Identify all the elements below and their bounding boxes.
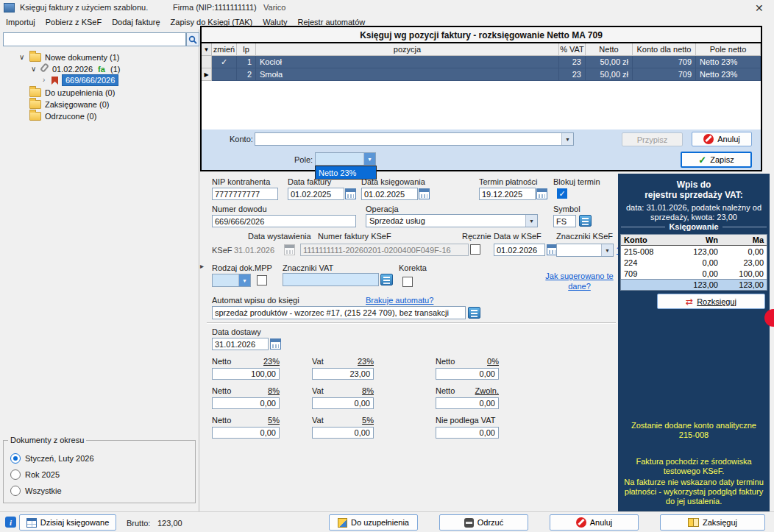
vat-cell-value[interactable]: 100,00 <box>212 368 280 380</box>
znaczniki-vat-label: Znaczniki VAT <box>283 263 333 272</box>
brakuje-automatu-link[interactable]: Brakuje automatu? <box>366 296 433 305</box>
calendar-icon[interactable] <box>536 188 547 199</box>
nip-field[interactable]: 7777777777 <box>212 188 278 200</box>
form-separator <box>207 322 616 324</box>
cell-lp[interactable]: 2 <box>237 68 256 81</box>
info-icon[interactable]: i <box>5 517 16 528</box>
radio-period-rok-2025[interactable] <box>10 469 21 480</box>
cell-zmien[interactable]: ✓ <box>212 56 237 68</box>
cell-vat[interactable]: 23 <box>559 68 586 81</box>
rodzaj-dok-select[interactable]: ▼ <box>212 274 251 287</box>
tree-selected-document[interactable]: 669/666/2026 <box>62 74 118 86</box>
cell-zmien[interactable] <box>212 68 237 81</box>
chevron-down-icon: ▼ <box>561 133 573 145</box>
cell-vat[interactable]: 23 <box>559 56 586 68</box>
search-input[interactable] <box>3 32 186 46</box>
zaksieguj-label: Zaksięguj <box>703 518 737 527</box>
cell-pozycja[interactable]: Smoła <box>256 68 559 81</box>
korekta-checkbox[interactable] <box>402 277 413 287</box>
chevron-down-icon: ▼ <box>601 244 613 256</box>
termin-platnosci-field[interactable]: 19.12.2025 <box>479 188 536 200</box>
data-faktury-field[interactable]: 01.02.2025 <box>288 188 344 200</box>
col-konto-dla-netto[interactable]: Konto dla netto <box>633 43 696 56</box>
cell-lp[interactable]: 1 <box>237 56 256 68</box>
calendar-icon[interactable] <box>270 338 281 350</box>
col-netto[interactable]: Netto <box>586 43 633 56</box>
cell-konto[interactable]: 709 <box>633 56 696 68</box>
vat-cell-value[interactable]: 0,00 <box>212 427 280 439</box>
bottom-bar: i Dzisiaj księgowane Brutto: 123,00 Do u… <box>0 511 774 532</box>
cell-netto[interactable]: 50,00 zł <box>586 56 633 68</box>
vat-cell-value[interactable]: 0,00 <box>436 427 499 439</box>
splitter-collapse-icon[interactable]: ▸ <box>200 262 204 270</box>
chevron-right-icon[interactable]: › <box>43 77 45 84</box>
radio-period-wszystkie[interactable] <box>10 486 21 496</box>
data-w-ksef-field[interactable]: 01.02.2026 <box>494 244 545 256</box>
menu-item-importuj[interactable]: Importuj <box>6 18 35 26</box>
sidebar-item-zaksiegowane[interactable]: Zaksięgowane (0) <box>45 100 109 109</box>
ksiegowanie-total-row: 123,00 123,00 <box>621 279 767 290</box>
zaksieguj-button[interactable]: Zaksięguj <box>660 514 765 531</box>
calendar-icon[interactable] <box>419 188 430 199</box>
automat-field[interactable]: sprzedaż produktów - wzorzec #17, (215 2… <box>212 306 466 319</box>
mpp-checkbox[interactable] <box>257 275 267 285</box>
dialog-anuluj-button[interactable]: Anuluj <box>692 132 752 146</box>
sidebar-item-odrzucone[interactable]: Odrzucone (0) <box>45 112 96 121</box>
vat-cell-value[interactable]: 0,00 <box>212 397 280 409</box>
cell-pole-netto[interactable]: Netto 23% <box>696 68 761 81</box>
symbol-field[interactable]: FS <box>553 215 576 227</box>
recznie-checkbox[interactable] <box>470 244 480 255</box>
col-vat[interactable]: % VAT <box>559 43 586 56</box>
anuluj-button[interactable]: Anuluj <box>550 514 639 531</box>
dzisiaj-ksiegowane-button[interactable]: Dzisiaj księgowane <box>19 514 116 531</box>
cell-konto[interactable]: 709 <box>633 68 696 81</box>
menu-item-pobierz-z-ksef[interactable]: Pobierz z KSeF <box>46 18 102 26</box>
chevron-down-icon[interactable]: ∨ <box>31 65 36 73</box>
cell-netto[interactable]: 50,00 zł <box>586 68 633 81</box>
col-pole-netto[interactable]: Pole netto <box>696 43 761 56</box>
data-dostawy-field[interactable]: 31.01.2026 <box>212 338 269 350</box>
close-icon[interactable]: ✕ <box>755 2 764 14</box>
blokuj-termin-checkbox[interactable]: ✓ <box>557 188 567 199</box>
calendar-icon[interactable] <box>345 188 356 199</box>
radio-period-styczen-luty-2026[interactable] <box>10 453 21 464</box>
znaczniki-ksef-select[interactable]: ▼ <box>556 244 614 257</box>
odrzuc-button[interactable]: Odrzuć <box>439 514 528 531</box>
ksiegowanie-table: Konto Wn Ma 215-008 123,00 0,00 224 0,00… <box>620 234 767 291</box>
data-ksiegowania-field[interactable]: 01.02.2025 <box>361 188 418 200</box>
tree-doc-date[interactable]: 01.02.2026 <box>52 65 93 74</box>
do-uzupelnienia-button[interactable]: Do uzupełnienia <box>329 514 418 531</box>
zapisz-button[interactable]: ✓ Zapisz <box>681 152 752 168</box>
col-zmien[interactable]: zmień <box>212 43 237 56</box>
grid-row[interactable]: ▶ 2 Smoła 23 50,00 zł 709 Netto 23% <box>202 68 761 81</box>
vat-cell-value[interactable]: 23,00 <box>312 368 374 380</box>
sidebar-item-nowe-dokumenty[interactable]: Nowe dokumenty (1) <box>45 53 120 62</box>
numer-dowodu-field[interactable]: 669/666/2026 <box>212 215 356 227</box>
grid-row[interactable]: ✓ 1 Kocioł 23 50,00 zł 709 Netto 23% <box>202 56 761 68</box>
przypisz-button[interactable]: Przypisz <box>622 132 683 146</box>
rozksieguj-button[interactable]: ⇄ Rozksięguj <box>657 294 765 309</box>
pole-select[interactable]: ▼ <box>315 152 376 166</box>
total-ma: 123,00 <box>721 280 767 289</box>
book-lookup-icon[interactable] <box>579 215 592 227</box>
cell-pole-netto[interactable]: Netto 23% <box>696 56 761 68</box>
vat-cell-value[interactable]: 0,00 <box>312 397 374 409</box>
cell-pozycja[interactable]: Kocioł <box>256 56 559 68</box>
vat-cell-value[interactable]: 0,00 <box>436 397 499 409</box>
sidebar-item-do-uzupelnienia[interactable]: Do uzupełnienia (0) <box>45 88 115 97</box>
book-lookup-icon[interactable] <box>468 307 480 319</box>
menu-item-dodaj-fakture[interactable]: Dodaj fakturę <box>112 18 160 26</box>
jak-sugerowano-link[interactable]: Jak sugerowano te dane? <box>544 271 614 291</box>
col-pozycja[interactable]: pozycja <box>256 43 559 56</box>
search-button[interactable] <box>186 32 199 46</box>
dropdown-option-netto-23[interactable]: Netto 23% <box>316 166 376 179</box>
vat-cell-value[interactable]: 0,00 <box>436 368 499 380</box>
chevron-down-icon[interactable]: ∨ <box>19 54 24 61</box>
window-company: Firma (NIP:1111111111) <box>173 3 257 12</box>
book-lookup-icon[interactable] <box>380 274 393 285</box>
znaczniki-vat-field[interactable] <box>283 273 379 286</box>
operacja-select[interactable]: Sprzedaż usług ▼ <box>366 214 538 227</box>
vat-cell-value[interactable]: 0,00 <box>312 427 374 439</box>
col-lp[interactable]: lp <box>237 43 256 56</box>
konto-select[interactable]: ▼ <box>255 132 574 146</box>
